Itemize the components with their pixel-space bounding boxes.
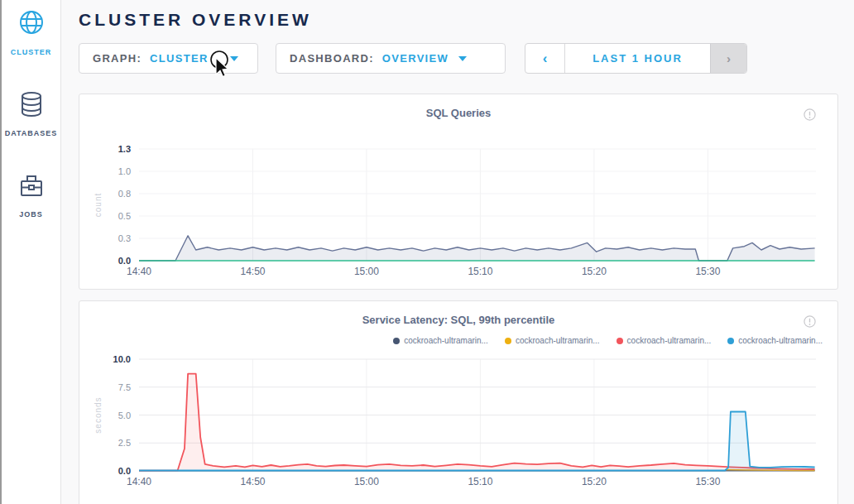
legend-item[interactable]: cockroach-ultramarin... [617, 336, 712, 345]
x-tick-label: 15:20 [582, 476, 607, 487]
service-latency-card: Service Latency: SQL, 99th percentile co… [79, 300, 838, 504]
legend-label: cockroach-ultramarin... [738, 336, 823, 345]
y-tick-label: 1.3 [118, 144, 131, 154]
sidebar-item-jobs[interactable]: JOBS [2, 139, 60, 220]
y-tick-label: 2.5 [118, 438, 131, 448]
x-tick-label: 15:00 [354, 476, 379, 487]
time-window-prev-button[interactable]: ‹ [525, 44, 565, 73]
y-axis-unit-label: count [94, 193, 103, 217]
y-tick-label: 10.0 [113, 354, 131, 364]
legend-dot-icon [505, 338, 511, 344]
gridlines [139, 359, 816, 471]
dashboard-dropdown[interactable]: DASHBOARD: OVERVIEW [276, 43, 506, 74]
y-tick-label: 7.5 [118, 382, 131, 392]
x-tick-label: 15:30 [695, 266, 720, 277]
chevron-down-icon [230, 56, 238, 61]
dashboard-dropdown-label: DASHBOARD: [290, 52, 374, 65]
x-tick-label: 15:30 [695, 476, 720, 487]
y-tick-label: 0.3 [118, 233, 131, 243]
chart-legend: cockroach-ultramarin...cockroach-ultrama… [393, 336, 823, 345]
chart-title: SQL Queries [79, 94, 837, 119]
legend-dot-icon [617, 338, 623, 344]
x-tick-label: 15:10 [468, 476, 492, 487]
graph-dropdown-label: GRAPH: [93, 52, 142, 65]
series-fill [139, 412, 815, 472]
legend-label: cockroach-ultramarin... [404, 336, 488, 345]
controls-bar: GRAPH: CLUSTER DASHBOARD: OVERVIEW ‹ LAS… [79, 43, 838, 74]
legend-item[interactable]: cockroach-ultramarin... [727, 336, 823, 345]
sidebar: CLUSTER DATABASES [2, 0, 61, 504]
x-tick-label: 15:20 [582, 266, 607, 277]
y-tick-label: 0.8 [118, 189, 131, 199]
legend-label: cockroach-ultramarin... [516, 336, 600, 345]
x-tick-label: 15:00 [354, 266, 379, 277]
chevron-down-icon [458, 56, 467, 61]
database-icon [2, 91, 60, 121]
page-title: CLUSTER OVERVIEW [79, 0, 838, 30]
main-area: CLUSTER OVERVIEW GRAPH: CLUSTER DASHBOAR… [61, 0, 854, 504]
dashboard-dropdown-value: OVERVIEW [382, 52, 449, 65]
sidebar-item-databases[interactable]: DATABASES [2, 58, 60, 139]
series-line [139, 374, 815, 471]
gridlines [139, 149, 816, 261]
y-tick-label: 0.0 [118, 256, 131, 266]
cluster-overview-page: CLUSTER DATABASES [0, 0, 854, 504]
briefcase-icon [2, 174, 60, 202]
x-tick-label: 14:50 [240, 266, 265, 277]
globe-icon [2, 8, 60, 40]
y-tick-label: 0.5 [118, 211, 131, 221]
chart-title: Service Latency: SQL, 99th percentile [79, 301, 837, 326]
sql-queries-card: SQL Queries 0.00.30.50.81.01.314:4014:50… [79, 94, 838, 290]
y-tick-label: 1.0 [118, 166, 131, 176]
x-tick-label: 14:40 [127, 476, 151, 487]
time-window-label[interactable]: LAST 1 HOUR [565, 44, 710, 73]
sidebar-item-label: CLUSTER [11, 48, 52, 56]
graph-dropdown[interactable]: GRAPH: CLUSTER [79, 43, 258, 74]
y-tick-label: 0.0 [118, 466, 131, 476]
legend-dot-icon [727, 338, 734, 344]
y-tick-label: 5.0 [118, 410, 131, 420]
x-tick-label: 14:40 [127, 266, 151, 277]
sidebar-item-label: DATABASES [5, 129, 58, 137]
info-icon[interactable] [804, 315, 816, 331]
sidebar-item-label: JOBS [19, 210, 43, 218]
sql-queries-chart: 0.00.30.50.81.01.314:4014:5015:0015:1015… [79, 141, 839, 281]
sidebar-item-cluster[interactable]: CLUSTER [2, 0, 60, 58]
service-latency-chart: 0.02.55.07.510.014:4014:5015:0015:1015:2… [79, 351, 839, 492]
time-window-next-button[interactable]: › [710, 44, 746, 73]
x-tick-label: 15:10 [468, 266, 492, 277]
time-window-selector: ‹ LAST 1 HOUR › [525, 43, 747, 74]
y-axis-unit-label: seconds [94, 396, 103, 433]
series-fill [139, 374, 815, 471]
series-line [139, 412, 815, 471]
legend-label: cockroach-ultramarin... [627, 336, 712, 345]
legend-item[interactable]: cockroach-ultramarin... [505, 336, 600, 345]
x-tick-label: 14:50 [240, 476, 265, 487]
info-icon[interactable] [804, 108, 816, 124]
legend-item[interactable]: cockroach-ultramarin... [393, 336, 488, 345]
graph-dropdown-value: CLUSTER [150, 52, 209, 65]
legend-dot-icon [393, 338, 400, 344]
